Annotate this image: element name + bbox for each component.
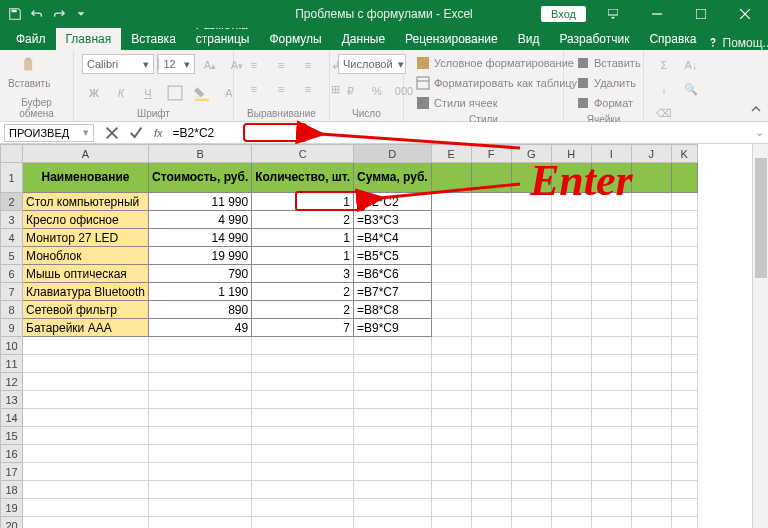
cell[interactable] (671, 265, 697, 283)
cell[interactable] (671, 481, 697, 499)
cell[interactable] (353, 427, 431, 445)
cell[interactable]: =B7*C7 (353, 283, 431, 301)
font-name-selector[interactable]: Calibri▾ (82, 54, 154, 74)
cell[interactable] (511, 499, 551, 517)
column-header[interactable]: C (252, 145, 354, 163)
cell[interactable] (471, 517, 511, 529)
cell[interactable] (671, 463, 697, 481)
cell[interactable] (671, 229, 697, 247)
comma-icon[interactable]: 000 (392, 80, 416, 102)
cell[interactable] (471, 373, 511, 391)
cell[interactable] (23, 499, 149, 517)
align-middle-icon[interactable]: ≡ (269, 54, 293, 76)
cell[interactable] (471, 193, 511, 211)
row-header[interactable]: 20 (1, 517, 23, 529)
cell[interactable] (591, 283, 631, 301)
cell[interactable] (252, 337, 354, 355)
cell[interactable] (511, 373, 551, 391)
cell[interactable] (671, 211, 697, 229)
cancel-formula-icon[interactable] (104, 125, 120, 141)
cell[interactable] (252, 499, 354, 517)
cell[interactable] (671, 355, 697, 373)
border-icon[interactable] (163, 82, 187, 104)
cell[interactable] (471, 391, 511, 409)
cell[interactable] (591, 391, 631, 409)
cell[interactable] (671, 163, 697, 193)
expand-formula-bar-icon[interactable]: ⌄ (755, 126, 764, 139)
cell[interactable] (149, 499, 252, 517)
cell[interactable] (591, 193, 631, 211)
cell[interactable] (551, 301, 591, 319)
cell[interactable] (631, 163, 671, 193)
cell[interactable]: Клавиатура Bluetooth (23, 283, 149, 301)
cell[interactable] (551, 337, 591, 355)
cell[interactable] (591, 445, 631, 463)
cell[interactable] (631, 247, 671, 265)
column-header[interactable]: B (149, 145, 252, 163)
cell[interactable]: 890 (149, 301, 252, 319)
align-top-icon[interactable]: ≡ (242, 54, 266, 76)
cell[interactable] (551, 319, 591, 337)
column-header[interactable]: H (551, 145, 591, 163)
cell[interactable] (252, 391, 354, 409)
column-header[interactable]: K (671, 145, 697, 163)
underline-icon[interactable]: Ч (136, 82, 160, 104)
cell[interactable] (591, 247, 631, 265)
vertical-scrollbar[interactable] (752, 144, 768, 528)
menu-review[interactable]: Рецензирование (395, 28, 508, 50)
cell[interactable] (149, 463, 252, 481)
column-header[interactable]: A (23, 145, 149, 163)
cell[interactable] (591, 481, 631, 499)
table-header[interactable]: Наименование (23, 163, 149, 193)
cell[interactable] (551, 391, 591, 409)
cell[interactable] (511, 247, 551, 265)
align-left-icon[interactable]: ≡ (242, 78, 266, 100)
cell[interactable] (431, 481, 471, 499)
cell[interactable] (252, 355, 354, 373)
cell[interactable] (631, 355, 671, 373)
cell[interactable] (471, 247, 511, 265)
signin-button[interactable]: Вход (541, 6, 586, 22)
row-header[interactable]: 4 (1, 229, 23, 247)
cell[interactable] (23, 409, 149, 427)
cell[interactable] (511, 319, 551, 337)
cell[interactable] (551, 517, 591, 529)
row-header[interactable]: 8 (1, 301, 23, 319)
cell[interactable] (551, 409, 591, 427)
close-icon[interactable] (728, 0, 762, 28)
cell[interactable] (23, 373, 149, 391)
cell[interactable] (671, 391, 697, 409)
table-header[interactable]: Количество, шт. (252, 163, 354, 193)
cell[interactable] (149, 409, 252, 427)
cell[interactable] (23, 445, 149, 463)
cell[interactable] (631, 301, 671, 319)
cell[interactable] (23, 463, 149, 481)
cell[interactable] (431, 247, 471, 265)
cell[interactable] (252, 409, 354, 427)
cell[interactable] (671, 193, 697, 211)
formula-input[interactable] (169, 124, 764, 142)
cell[interactable] (353, 409, 431, 427)
cell[interactable] (631, 319, 671, 337)
cell[interactable] (23, 427, 149, 445)
format-as-table-button[interactable]: Форматировать как таблицу (412, 74, 581, 92)
cell[interactable] (252, 463, 354, 481)
cell[interactable] (591, 373, 631, 391)
cell[interactable] (671, 445, 697, 463)
paste-icon[interactable] (17, 54, 41, 76)
redo-icon[interactable] (50, 5, 68, 23)
cell[interactable] (431, 463, 471, 481)
cell[interactable] (511, 301, 551, 319)
cell[interactable]: 1 190 (149, 283, 252, 301)
cell[interactable] (511, 391, 551, 409)
row-header[interactable]: 19 (1, 499, 23, 517)
accept-formula-icon[interactable] (128, 125, 144, 141)
cell[interactable] (471, 283, 511, 301)
cell[interactable] (631, 229, 671, 247)
cell[interactable] (471, 409, 511, 427)
cell[interactable] (353, 337, 431, 355)
cell[interactable] (591, 463, 631, 481)
cell[interactable] (551, 283, 591, 301)
cell[interactable] (431, 445, 471, 463)
cell[interactable] (591, 355, 631, 373)
